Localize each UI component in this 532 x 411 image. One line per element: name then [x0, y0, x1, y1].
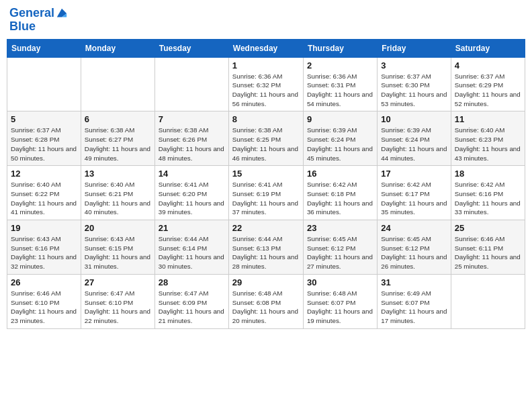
calendar-day-cell: 2Sunrise: 6:36 AM Sunset: 6:31 PM Daylig… [303, 57, 377, 111]
day-number: 10 [381, 114, 447, 124]
day-info: Sunrise: 6:44 AM Sunset: 6:14 PM Dayligh… [159, 234, 225, 271]
calendar-day-cell: 1Sunrise: 6:36 AM Sunset: 6:32 PM Daylig… [228, 57, 303, 111]
calendar-week-row: 5Sunrise: 6:37 AM Sunset: 6:28 PM Daylig… [7, 111, 525, 166]
day-info: Sunrise: 6:43 AM Sunset: 6:16 PM Dayligh… [11, 234, 77, 271]
day-number: 8 [232, 114, 300, 124]
day-info: Sunrise: 6:47 AM Sunset: 6:10 PM Dayligh… [85, 289, 151, 326]
day-info: Sunrise: 6:45 AM Sunset: 6:12 PM Dayligh… [381, 234, 447, 271]
day-number: 17 [381, 169, 447, 179]
calendar-day-cell: 12Sunrise: 6:40 AM Sunset: 6:22 PM Dayli… [7, 166, 81, 220]
day-number: 24 [381, 223, 447, 233]
day-info: Sunrise: 6:45 AM Sunset: 6:12 PM Dayligh… [307, 234, 373, 271]
calendar-day-cell: 21Sunrise: 6:44 AM Sunset: 6:14 PM Dayli… [154, 220, 228, 275]
day-info: Sunrise: 6:47 AM Sunset: 6:09 PM Dayligh… [159, 289, 225, 326]
calendar-day-cell: 13Sunrise: 6:40 AM Sunset: 6:21 PM Dayli… [81, 166, 154, 220]
calendar-day-cell: 8Sunrise: 6:38 AM Sunset: 6:25 PM Daylig… [228, 111, 303, 166]
calendar-day-cell: 25Sunrise: 6:46 AM Sunset: 6:11 PM Dayli… [451, 220, 525, 275]
calendar-week-row: 12Sunrise: 6:40 AM Sunset: 6:22 PM Dayli… [7, 166, 525, 220]
day-info: Sunrise: 6:42 AM Sunset: 6:18 PM Dayligh… [307, 180, 373, 217]
calendar-day-cell: 5Sunrise: 6:37 AM Sunset: 6:28 PM Daylig… [7, 111, 81, 166]
day-number: 4 [455, 60, 521, 71]
day-info: Sunrise: 6:48 AM Sunset: 6:07 PM Dayligh… [307, 289, 373, 326]
calendar-day-cell: 7Sunrise: 6:38 AM Sunset: 6:26 PM Daylig… [154, 111, 228, 166]
day-info: Sunrise: 6:40 AM Sunset: 6:23 PM Dayligh… [455, 126, 521, 163]
day-number: 31 [381, 277, 447, 287]
day-number: 28 [159, 277, 225, 287]
weekday-header: Thursday [303, 39, 377, 57]
calendar-day-cell: 24Sunrise: 6:45 AM Sunset: 6:12 PM Dayli… [378, 220, 451, 275]
calendar-day-cell: 17Sunrise: 6:42 AM Sunset: 6:17 PM Dayli… [378, 166, 451, 220]
weekday-header: Friday [378, 39, 451, 57]
day-info: Sunrise: 6:37 AM Sunset: 6:28 PM Dayligh… [11, 126, 77, 163]
day-number: 14 [159, 169, 225, 179]
calendar-day-cell: 22Sunrise: 6:44 AM Sunset: 6:13 PM Dayli… [228, 220, 303, 275]
calendar-day-cell: 23Sunrise: 6:45 AM Sunset: 6:12 PM Dayli… [303, 220, 377, 275]
calendar-day-cell: 14Sunrise: 6:41 AM Sunset: 6:20 PM Dayli… [154, 166, 228, 220]
day-info: Sunrise: 6:39 AM Sunset: 6:24 PM Dayligh… [307, 126, 373, 163]
day-number: 2 [307, 60, 373, 71]
day-number: 19 [11, 223, 77, 233]
calendar-week-row: 26Sunrise: 6:46 AM Sunset: 6:10 PM Dayli… [7, 274, 525, 328]
day-number: 18 [455, 169, 521, 179]
calendar-day-cell: 15Sunrise: 6:41 AM Sunset: 6:19 PM Dayli… [228, 166, 303, 220]
day-info: Sunrise: 6:38 AM Sunset: 6:26 PM Dayligh… [159, 126, 225, 163]
day-number: 21 [159, 223, 225, 233]
day-info: Sunrise: 6:39 AM Sunset: 6:24 PM Dayligh… [381, 126, 447, 163]
logo-text-blue: Blue [9, 20, 68, 34]
calendar-table: SundayMondayTuesdayWednesdayThursdayFrid… [7, 39, 525, 329]
day-info: Sunrise: 6:46 AM Sunset: 6:10 PM Dayligh… [11, 289, 77, 326]
calendar-day-cell: 20Sunrise: 6:43 AM Sunset: 6:15 PM Dayli… [81, 220, 154, 275]
day-info: Sunrise: 6:42 AM Sunset: 6:17 PM Dayligh… [381, 180, 447, 217]
logo-icon [56, 7, 68, 19]
calendar-day-cell: 11Sunrise: 6:40 AM Sunset: 6:23 PM Dayli… [451, 111, 525, 166]
day-number: 1 [232, 60, 300, 71]
weekday-header: Sunday [7, 39, 81, 57]
day-number: 5 [11, 114, 77, 124]
calendar-week-row: 1Sunrise: 6:36 AM Sunset: 6:32 PM Daylig… [7, 57, 525, 111]
calendar-day-cell [81, 57, 154, 111]
day-number: 11 [455, 114, 521, 124]
calendar-day-cell: 31Sunrise: 6:49 AM Sunset: 6:07 PM Dayli… [378, 274, 451, 328]
day-number: 12 [11, 169, 77, 179]
day-info: Sunrise: 6:48 AM Sunset: 6:08 PM Dayligh… [232, 289, 300, 326]
calendar-day-cell [451, 274, 525, 328]
day-number: 3 [381, 60, 447, 71]
calendar-day-cell [154, 57, 228, 111]
day-info: Sunrise: 6:42 AM Sunset: 6:16 PM Dayligh… [455, 180, 521, 217]
calendar-day-cell: 3Sunrise: 6:37 AM Sunset: 6:30 PM Daylig… [378, 57, 451, 111]
day-info: Sunrise: 6:36 AM Sunset: 6:32 PM Dayligh… [232, 72, 300, 109]
calendar-day-cell: 29Sunrise: 6:48 AM Sunset: 6:08 PM Dayli… [228, 274, 303, 328]
day-number: 20 [85, 223, 151, 233]
day-info: Sunrise: 6:49 AM Sunset: 6:07 PM Dayligh… [381, 289, 447, 326]
page-header: General Blue [7, 7, 525, 34]
day-info: Sunrise: 6:38 AM Sunset: 6:27 PM Dayligh… [85, 126, 151, 163]
calendar-day-cell: 10Sunrise: 6:39 AM Sunset: 6:24 PM Dayli… [378, 111, 451, 166]
day-info: Sunrise: 6:40 AM Sunset: 6:22 PM Dayligh… [11, 180, 77, 217]
logo: General Blue [9, 7, 68, 34]
day-info: Sunrise: 6:37 AM Sunset: 6:29 PM Dayligh… [455, 72, 521, 109]
calendar-header-row: SundayMondayTuesdayWednesdayThursdayFrid… [7, 39, 525, 57]
day-info: Sunrise: 6:40 AM Sunset: 6:21 PM Dayligh… [85, 180, 151, 217]
calendar-day-cell: 9Sunrise: 6:39 AM Sunset: 6:24 PM Daylig… [303, 111, 377, 166]
calendar-day-cell: 19Sunrise: 6:43 AM Sunset: 6:16 PM Dayli… [7, 220, 81, 275]
weekday-header: Monday [81, 39, 154, 57]
calendar-day-cell: 18Sunrise: 6:42 AM Sunset: 6:16 PM Dayli… [451, 166, 525, 220]
day-number: 13 [85, 169, 151, 179]
day-number: 7 [159, 114, 225, 124]
day-number: 26 [11, 277, 77, 287]
weekday-header: Tuesday [154, 39, 228, 57]
calendar-day-cell: 6Sunrise: 6:38 AM Sunset: 6:27 PM Daylig… [81, 111, 154, 166]
day-info: Sunrise: 6:43 AM Sunset: 6:15 PM Dayligh… [85, 234, 151, 271]
day-number: 22 [232, 223, 300, 233]
day-number: 25 [455, 223, 521, 233]
day-number: 6 [85, 114, 151, 124]
calendar-day-cell: 26Sunrise: 6:46 AM Sunset: 6:10 PM Dayli… [7, 274, 81, 328]
calendar-day-cell: 4Sunrise: 6:37 AM Sunset: 6:29 PM Daylig… [451, 57, 525, 111]
calendar-day-cell [7, 57, 81, 111]
calendar-day-cell: 16Sunrise: 6:42 AM Sunset: 6:18 PM Dayli… [303, 166, 377, 220]
day-number: 15 [232, 169, 300, 179]
day-number: 29 [232, 277, 300, 287]
day-number: 16 [307, 169, 373, 179]
day-info: Sunrise: 6:46 AM Sunset: 6:11 PM Dayligh… [455, 234, 521, 271]
day-info: Sunrise: 6:38 AM Sunset: 6:25 PM Dayligh… [232, 126, 300, 163]
